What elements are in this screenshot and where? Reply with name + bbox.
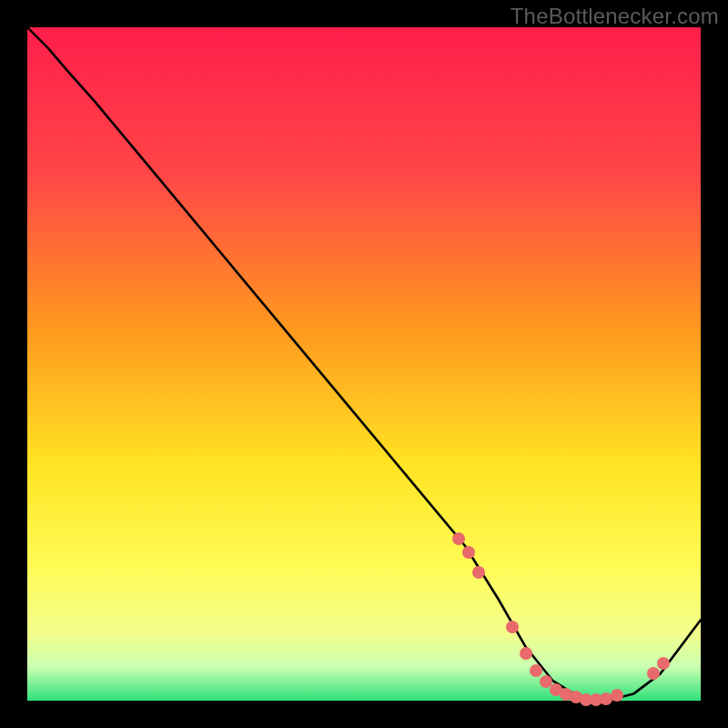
data-point-marker bbox=[530, 664, 542, 677]
chart-frame: TheBottlenecker.com bbox=[0, 0, 728, 728]
data-point-marker bbox=[452, 532, 465, 545]
data-point-marker bbox=[657, 657, 670, 670]
marker-layer bbox=[27, 27, 701, 701]
data-point-marker bbox=[611, 689, 623, 702]
plot-area bbox=[27, 27, 701, 701]
data-point-marker bbox=[520, 647, 532, 660]
data-point-marker bbox=[472, 566, 485, 579]
data-point-marker bbox=[647, 667, 660, 680]
data-point-marker bbox=[506, 621, 519, 633]
data-point-marker bbox=[462, 546, 475, 559]
watermark-text: TheBottlenecker.com bbox=[511, 4, 719, 29]
